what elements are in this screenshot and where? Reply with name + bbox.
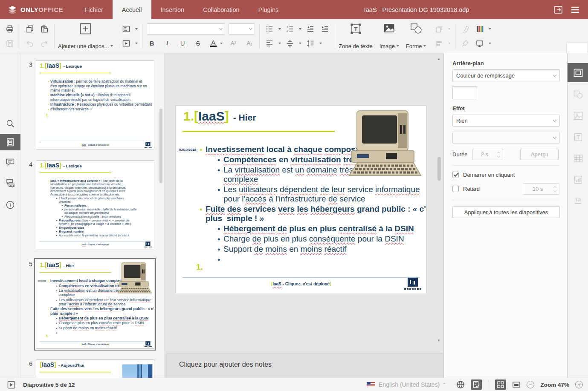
- scroll-up-icon[interactable]: ▲: [436, 56, 442, 62]
- background-color-swatch[interactable]: [452, 86, 477, 99]
- start-slideshow-status-icon[interactable]: [6, 380, 16, 389]
- horizontal-align-caret[interactable]: [278, 43, 281, 44]
- scroll-down-icon[interactable]: ▼: [436, 337, 442, 343]
- language-selector[interactable]: English (United States): [379, 381, 440, 388]
- copy-button[interactable]: [24, 23, 35, 34]
- paste-button[interactable]: [39, 23, 50, 34]
- save-button[interactable]: [4, 38, 15, 49]
- redo-button[interactable]: [39, 38, 50, 49]
- zoom-in-button[interactable]: +: [575, 381, 583, 388]
- about-icon[interactable]: [0, 197, 20, 213]
- canvas-scrollbar[interactable]: [437, 157, 441, 181]
- arrange-shape-button[interactable]: [434, 23, 445, 34]
- slide-thumbnail[interactable]: 41.[IaaS]- Lexique●IaaS « Infrastructure…: [24, 160, 154, 249]
- search-icon[interactable]: [0, 115, 20, 132]
- italic-button[interactable]: I: [162, 40, 172, 47]
- slide-settings-icon[interactable]: [568, 63, 588, 82]
- add-slide-button[interactable]: Ajouter une diapos...: [55, 23, 116, 49]
- slides-panel-icon[interactable]: [0, 134, 20, 150]
- horizontal-align-button[interactable]: [264, 38, 275, 49]
- preview-button[interactable]: Aperçu: [520, 149, 559, 160]
- fit-slide-icon[interactable]: [495, 380, 506, 390]
- slide-thumbnail[interactable]: 51.[IaaS]- Hier02/10/2018●Investissement…: [24, 260, 154, 349]
- spellcheck-icon[interactable]: [471, 380, 482, 390]
- comments-icon[interactable]: [0, 154, 20, 170]
- vertical-align-caret[interactable]: [299, 43, 301, 44]
- font-size-select[interactable]: [229, 23, 255, 34]
- line-spacing-caret[interactable]: [319, 43, 322, 44]
- thumbnail-frame[interactable]: 1.[IaaS]- Lexique●Virtualisation : perme…: [36, 60, 154, 150]
- thumbnail-frame[interactable]: 1.[IaaS]- Lexique●IaaS « Infrastructure …: [36, 160, 154, 249]
- insert-shape-button[interactable]: Forme: [403, 23, 430, 49]
- start-slideshow-button[interactable]: [121, 38, 132, 49]
- delay-checkbox[interactable]: [452, 186, 459, 192]
- color-scheme-button[interactable]: [474, 23, 485, 34]
- number-list-button[interactable]: 12: [284, 23, 295, 34]
- duration-spinner[interactable]: 2 s: [472, 149, 503, 160]
- copy-style-button[interactable]: [460, 38, 471, 49]
- thumbnails-scrollbar[interactable]: [159, 109, 162, 183]
- fit-width-icon[interactable]: [511, 380, 521, 389]
- tab-accueil[interactable]: Accueil: [113, 0, 151, 19]
- clear-style-button[interactable]: [460, 23, 471, 34]
- bullet-list-button[interactable]: [264, 23, 275, 34]
- number-list-caret[interactable]: [299, 28, 301, 30]
- effect-select[interactable]: Rien: [452, 115, 560, 126]
- tab-insertion[interactable]: Insertion: [151, 0, 194, 19]
- apply-to-all-slides-button[interactable]: Appliquer à toutes les diapositives: [452, 206, 560, 218]
- language-globe-icon[interactable]: [455, 380, 466, 389]
- slide-thumbnail[interactable]: 6[IaaS]- Aujourd'hui[IaaS - Cliquez, c'e…: [24, 359, 154, 378]
- thumbnail-frame[interactable]: [IaaS]- Aujourd'hui[IaaS - Cliquez, c'es…: [36, 359, 154, 378]
- slide-thumbnail[interactable]: 31.[IaaS]- Lexique●Virtualisation : perm…: [24, 60, 154, 150]
- current-slide-canvas[interactable]: 1.[IaaS]- Hier02/10/2018●Investissement …: [176, 106, 426, 293]
- image-settings-icon[interactable]: [568, 106, 588, 125]
- slide-layout-button[interactable]: [121, 23, 132, 34]
- strikethrough-button[interactable]: S: [193, 40, 203, 47]
- background-fill-select[interactable]: Couleur de remplissage: [452, 69, 560, 81]
- shape-settings-icon[interactable]: [568, 85, 588, 104]
- chart-settings-icon[interactable]: [568, 170, 588, 189]
- underline-button[interactable]: U: [177, 40, 188, 47]
- go-to-documents-icon[interactable]: [553, 5, 563, 14]
- align-shape-caret[interactable]: [448, 43, 451, 44]
- notes-area[interactable]: Cliquez pour ajouter des notes: [165, 354, 443, 378]
- line-spacing-button[interactable]: [305, 38, 316, 49]
- arrange-shape-caret[interactable]: [448, 28, 451, 30]
- start-slideshow-caret[interactable]: [135, 43, 138, 44]
- footer-name: IaaS: [82, 343, 86, 345]
- bullet-list-caret[interactable]: [278, 28, 281, 30]
- chat-icon[interactable]: [0, 175, 20, 191]
- tab-collaboration[interactable]: Collaboration: [194, 0, 249, 19]
- slide-layout-caret[interactable]: [135, 28, 138, 30]
- decrease-indent-button[interactable]: [305, 23, 316, 34]
- vertical-align-button[interactable]: [284, 38, 295, 49]
- superscript-button[interactable]: A²: [228, 40, 239, 46]
- language-caret-icon[interactable]: ⌃: [442, 382, 446, 388]
- table-settings-icon[interactable]: [568, 149, 588, 168]
- effect-variant-select[interactable]: [452, 132, 560, 144]
- start-on-click-checkbox[interactable]: [452, 172, 459, 178]
- font-name-select[interactable]: [147, 23, 225, 34]
- slide-size-caret[interactable]: [489, 43, 491, 44]
- insert-image-button[interactable]: Image: [376, 23, 403, 49]
- thumbnail-frame[interactable]: 1.[IaaS]- Hier02/10/2018●Investissement …: [36, 260, 154, 349]
- textbox-button[interactable]: T Zone de texte: [335, 23, 376, 49]
- font-color-caret[interactable]: [220, 43, 223, 44]
- subscript-button[interactable]: A₂: [244, 40, 255, 46]
- text-settings-icon[interactable]: [568, 127, 588, 147]
- font-color-button[interactable]: A: [208, 40, 218, 47]
- textart-settings-icon[interactable]: Ta: [568, 190, 588, 210]
- notes-placeholder[interactable]: Cliquez pour ajouter des notes: [179, 361, 272, 368]
- tab-plugins[interactable]: Plugins: [249, 0, 288, 19]
- slide-size-button[interactable]: [474, 38, 485, 49]
- undo-button[interactable]: [24, 38, 35, 49]
- increase-indent-button[interactable]: [319, 23, 330, 34]
- print-button[interactable]: [4, 23, 15, 34]
- menu-icon[interactable]: [570, 5, 580, 14]
- delay-spinner[interactable]: 10 s: [523, 183, 559, 195]
- zoom-out-button[interactable]: −: [527, 381, 534, 388]
- align-shape-button[interactable]: [434, 38, 445, 49]
- bold-button[interactable]: B: [147, 40, 157, 47]
- tab-fichier[interactable]: Fichier: [75, 0, 113, 19]
- color-scheme-caret[interactable]: [489, 28, 491, 30]
